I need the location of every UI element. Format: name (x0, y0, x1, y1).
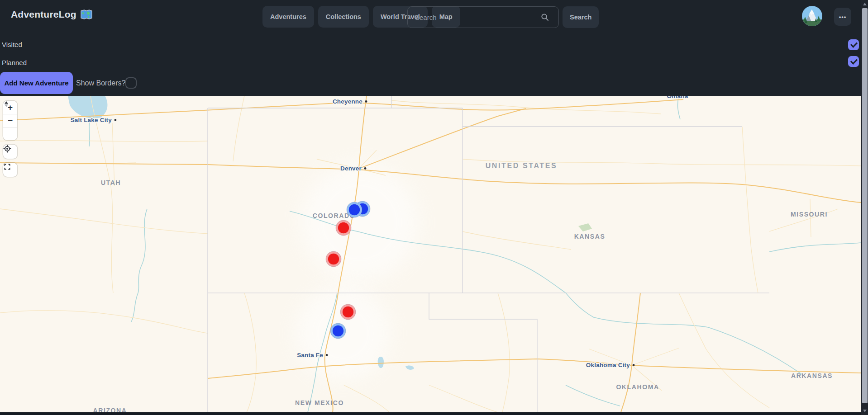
top-panel: AdventureLog Adventures Collections Worl… (0, 0, 861, 96)
state-label: KANSAS (574, 233, 606, 240)
state-label: UTAH (101, 179, 121, 186)
map-marker-blue[interactable] (330, 323, 346, 339)
state-label: ARKANSAS (791, 372, 833, 379)
bottom-edge (0, 412, 861, 415)
add-new-adventure-button[interactable]: Add New Adventure (0, 72, 73, 94)
map-canvas[interactable]: UTAHCOLORADOUNITED STATESKANSASMISSOURIO… (0, 96, 861, 412)
city-dot (364, 167, 367, 170)
world-map-emoji-icon (81, 9, 92, 19)
nav-collections[interactable]: Collections (318, 6, 369, 28)
state-label: OKLAHOMA (616, 383, 659, 391)
geolocate-icon (3, 145, 11, 153)
map-base: UTAHCOLORADOUNITED STATESKANSASMISSOURIO… (0, 96, 861, 412)
planned-checkbox[interactable] (848, 56, 859, 67)
state-label: ARIZONA (93, 407, 127, 412)
map-marker-blue[interactable] (347, 202, 362, 217)
city-dot (326, 354, 328, 356)
city-dot (633, 364, 635, 366)
city-label: Cheyenne (333, 98, 362, 105)
map-marker-red[interactable] (326, 251, 341, 267)
state-label: MISSOURI (791, 211, 828, 218)
scrollbar-thumb[interactable] (862, 8, 868, 403)
city-dot (114, 119, 117, 121)
city-label: Denver (340, 165, 362, 172)
app-logo[interactable]: AdventureLog (11, 9, 92, 20)
visited-label: Visited (2, 41, 22, 48)
overflow-menu-button[interactable]: ••• (834, 8, 851, 26)
state-label: NEW MEXICO (295, 399, 344, 406)
show-borders-label: Show Borders? (76, 79, 125, 87)
scroll-up-arrow-icon[interactable] (863, 3, 867, 5)
navbar: AdventureLog Adventures Collections Worl… (0, 0, 861, 34)
zoom-out-button[interactable]: − (3, 114, 17, 127)
city-label: Salt Lake City (71, 117, 112, 123)
nav-adventures[interactable]: Adventures (262, 6, 314, 28)
map-marker-red[interactable] (336, 220, 351, 236)
city-label: Santa Fe (297, 352, 323, 358)
app-title: AdventureLog (11, 9, 76, 20)
zoom-controls: + − (3, 101, 17, 140)
fullscreen-icon (3, 163, 11, 171)
search-button[interactable]: Search (563, 6, 599, 28)
state-label: UNITED STATES (486, 162, 558, 170)
visited-checkbox[interactable] (848, 39, 859, 50)
vertical-scrollbar[interactable] (861, 0, 868, 415)
city-label: Oklahoma City (586, 362, 630, 368)
geolocate-button[interactable] (3, 145, 17, 159)
city-dot (365, 100, 367, 103)
search-input[interactable] (407, 6, 559, 28)
show-borders-checkbox[interactable] (125, 77, 137, 89)
compass-button[interactable] (3, 127, 17, 140)
fullscreen-button[interactable] (3, 163, 17, 177)
city-label: Omaha (667, 96, 688, 99)
map-marker-red[interactable] (340, 304, 356, 320)
avatar[interactable] (802, 6, 822, 26)
compass-icon (3, 101, 10, 107)
planned-label: Planned (2, 59, 27, 66)
scroll-down-arrow-icon[interactable] (863, 410, 867, 412)
search-area: Search (407, 6, 599, 28)
